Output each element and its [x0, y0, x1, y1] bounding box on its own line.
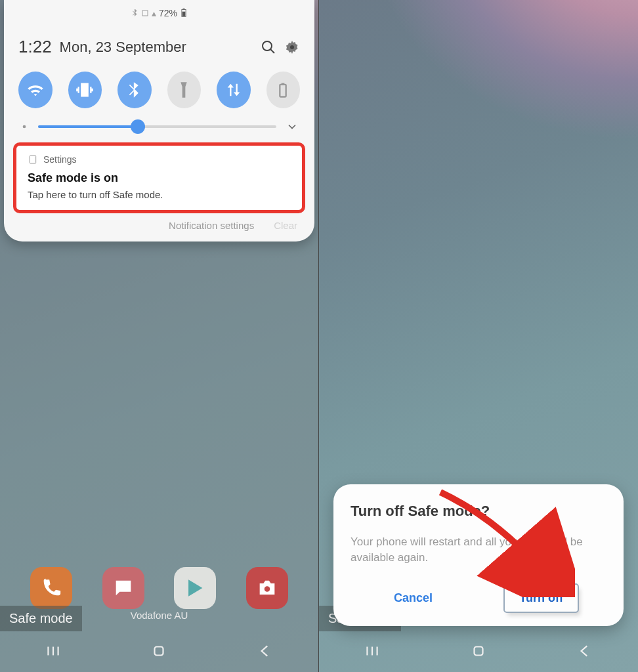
search-icon[interactable] — [261, 39, 276, 55]
recents-button[interactable] — [364, 642, 381, 662]
play-store-app[interactable] — [174, 567, 216, 609]
cancel-button[interactable]: Cancel — [379, 585, 447, 612]
svg-rect-9 — [280, 85, 286, 97]
signal-status-icon: ▴ — [152, 8, 156, 18]
home-button[interactable] — [470, 642, 487, 662]
nfc-status-icon — [141, 9, 149, 17]
svg-rect-1 — [142, 10, 148, 16]
qs-header: 1:22 Mon, 23 September — [16, 26, 303, 72]
notification-footer: Notification settings Clear — [16, 211, 303, 234]
notification-settings-link[interactable]: Notification settings — [169, 220, 254, 231]
safe-mode-badge: Safe mode — [0, 606, 82, 631]
settings-small-icon — [28, 154, 38, 165]
turn-off-button[interactable]: Turn off — [505, 585, 578, 612]
battery-status: 72% — [159, 8, 188, 18]
bluetooth-status-icon — [131, 9, 138, 17]
phone-app[interactable] — [30, 567, 72, 609]
home-button[interactable] — [150, 642, 167, 662]
svg-rect-12 — [30, 156, 35, 163]
left-screen: Vodafone AU ▴ 72% 1:22 Mon, 23 September — [0, 0, 319, 672]
svg-line-6 — [270, 49, 274, 53]
svg-rect-13 — [155, 647, 163, 656]
brightness-track[interactable] — [38, 125, 276, 128]
brightness-slider[interactable] — [16, 120, 303, 141]
nav-bar-right — [319, 633, 638, 672]
svg-point-5 — [263, 41, 272, 51]
dialog-actions: Cancel Turn off — [351, 585, 606, 612]
svg-point-11 — [23, 125, 26, 129]
dialog-body: Your phone will restart and all your app… — [351, 534, 606, 566]
messages-app[interactable] — [102, 567, 144, 609]
home-app-row — [0, 567, 318, 609]
sun-icon — [20, 122, 29, 131]
svg-rect-3 — [182, 9, 184, 10]
safe-mode-notification[interactable]: Settings Safe mode is on Tap here to tur… — [16, 145, 303, 211]
battery-tile[interactable] — [266, 72, 301, 108]
notification-source: Settings — [43, 154, 77, 165]
carrier-label: Vodafone AU — [131, 610, 188, 621]
svg-rect-10 — [282, 83, 285, 85]
notification-title: Safe mode is on — [28, 171, 291, 185]
qs-date: Mon, 23 September — [60, 39, 186, 56]
recents-button[interactable] — [45, 642, 62, 662]
svg-point-0 — [265, 586, 270, 592]
status-bar: ▴ 72% — [4, 0, 314, 26]
svg-rect-4 — [182, 12, 186, 16]
battery-icon — [180, 9, 188, 18]
svg-rect-14 — [475, 647, 483, 656]
back-button[interactable] — [257, 642, 274, 662]
camera-app[interactable] — [246, 567, 288, 609]
flashlight-tile[interactable] — [167, 72, 202, 108]
vibrate-tile[interactable] — [68, 72, 102, 108]
wifi-tile[interactable] — [18, 72, 53, 108]
notification-subtitle: Tap here to turn off Safe mode. — [28, 189, 291, 200]
back-button[interactable] — [576, 642, 593, 662]
gear-icon[interactable] — [284, 39, 300, 55]
turn-off-safe-mode-dialog: Turn off Safe mode? Your phone will rest… — [333, 484, 624, 626]
qs-tile-row — [16, 72, 303, 120]
mobile-data-tile[interactable] — [217, 72, 251, 108]
clear-notifications[interactable]: Clear — [274, 220, 297, 231]
dialog-title: Turn off Safe mode? — [351, 503, 606, 520]
bluetooth-tile[interactable] — [117, 72, 152, 108]
battery-percent: 72% — [159, 8, 177, 18]
nav-bar — [0, 633, 318, 672]
chevron-down-icon[interactable] — [286, 120, 299, 133]
right-screen: Safe mode Turn off Safe mode? Your phone… — [319, 0, 638, 672]
quick-settings-panel: ▴ 72% 1:22 Mon, 23 September — [4, 0, 314, 242]
svg-rect-8 — [82, 84, 88, 96]
qs-time: 1:22 — [18, 37, 52, 57]
